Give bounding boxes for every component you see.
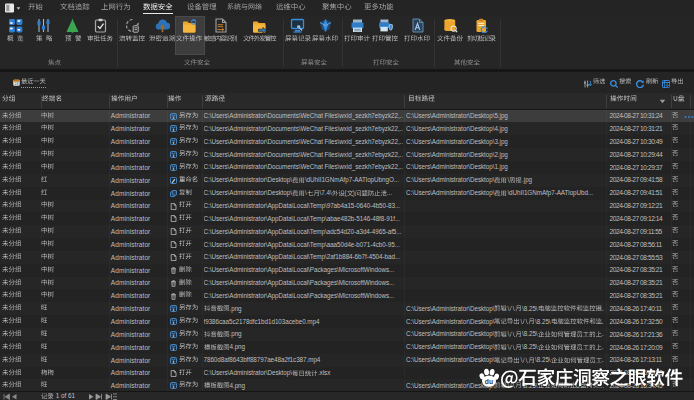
svg-text:du: du: [484, 377, 492, 384]
svg-text:23: 23: [14, 82, 18, 86]
